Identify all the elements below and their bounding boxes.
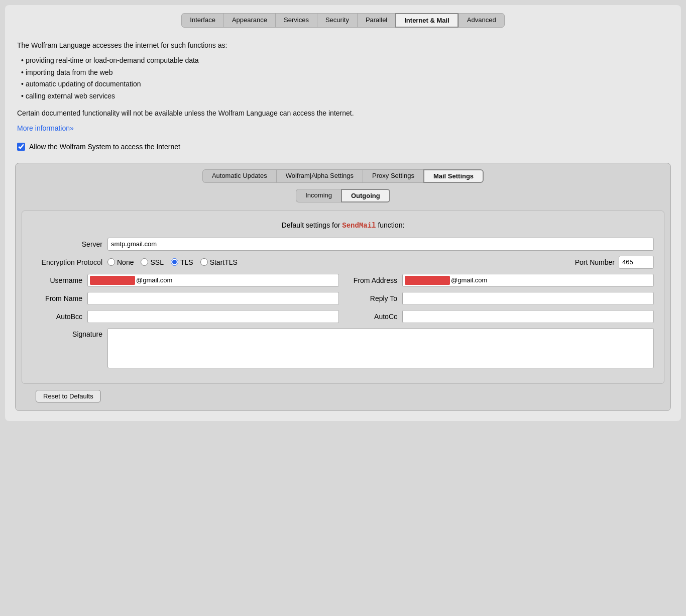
from-address-col: From Address @gmail.com (347, 274, 654, 287)
radio-none-label: None (117, 258, 134, 266)
radio-starttls-label: StartTLS (210, 258, 238, 266)
description-intro: The Wolfram Language accesses the intern… (17, 40, 669, 52)
bullet-item-2: • importing data from the web (21, 67, 669, 79)
radio-none[interactable]: None (107, 258, 134, 266)
username-label: Username (32, 276, 87, 284)
from-name-label: From Name (32, 294, 87, 302)
description-area: The Wolfram Language accesses the intern… (15, 36, 671, 143)
port-group: Port Number (575, 256, 654, 269)
encryption-label: Encryption Protocol (32, 258, 107, 266)
tab-internet-mail[interactable]: Internet & Mail (395, 13, 459, 28)
radio-starttls[interactable]: StartTLS (200, 258, 238, 266)
from-address-field-wrapper: @gmail.com (402, 274, 654, 287)
inner-tab-bar: Automatic Updates Wolfram|Alpha Settings… (16, 163, 670, 183)
signature-label: Signature (32, 328, 107, 338)
radio-tls-input[interactable] (171, 258, 178, 266)
autobcc-autocc-row: AutoBcc AutoCc (32, 310, 654, 323)
top-tab-bar: Interface Appearance Services Security P… (15, 13, 671, 28)
tab-interface[interactable]: Interface (181, 13, 223, 28)
fromname-replyto-row: From Name Reply To (32, 292, 654, 305)
from-address-suffix: @gmail.com (451, 276, 487, 284)
encryption-radio-group: None SSL TLS StartTLS (107, 258, 567, 266)
bullet-item-4: • calling external web services (21, 90, 669, 102)
username-suffix: @gmail.com (136, 276, 172, 284)
radio-tls[interactable]: TLS (171, 258, 193, 266)
reset-button-container: Reset to Defaults (16, 384, 670, 402)
tab-incoming[interactable]: Incoming (296, 189, 341, 202)
description-note: Certain documented functionality will no… (17, 108, 669, 120)
server-input[interactable] (107, 238, 654, 251)
autocc-label: AutoCc (347, 313, 402, 321)
reply-to-label: Reply To (347, 294, 402, 302)
allow-internet-checkbox[interactable] (17, 143, 25, 151)
from-name-input[interactable] (87, 292, 339, 305)
sendmail-label: Default settings for SendMail function: (32, 221, 654, 230)
tab-outgoing[interactable]: Outgoing (341, 189, 390, 202)
tab-services[interactable]: Services (275, 13, 317, 28)
reply-to-input[interactable] (402, 292, 654, 305)
radio-ssl[interactable]: SSL (141, 258, 163, 266)
radio-ssl-label: SSL (150, 258, 163, 266)
radio-starttls-input[interactable] (200, 258, 208, 266)
radio-none-input[interactable] (107, 258, 115, 266)
tab-proxy-settings[interactable]: Proxy Settings (363, 169, 423, 183)
bullet-item-1: • providing real-time or load-on-demand … (21, 55, 669, 67)
encryption-row: Encryption Protocol None SSL TLS (32, 256, 654, 269)
from-address-label: From Address (347, 276, 402, 284)
server-row: Server (32, 238, 654, 251)
tab-mail-settings[interactable]: Mail Settings (423, 169, 484, 183)
more-info-link[interactable]: More information» (17, 124, 74, 132)
port-label: Port Number (575, 258, 615, 266)
radio-tls-label: TLS (180, 258, 193, 266)
tab-wolfram-alpha[interactable]: Wolfram|Alpha Settings (276, 169, 363, 183)
autobcc-label: AutoBcc (32, 313, 87, 321)
signature-row: Signature (32, 328, 654, 368)
radio-ssl-input[interactable] (141, 258, 148, 266)
username-redacted (90, 276, 135, 285)
inner-panel: Automatic Updates Wolfram|Alpha Settings… (15, 163, 671, 411)
outgoing-content-panel: Default settings for SendMail function: … (22, 211, 664, 384)
from-address-redacted (405, 276, 450, 285)
username-fromaddress-row: Username @gmail.com From Address @gmail.… (32, 274, 654, 287)
autobcc-input[interactable] (87, 310, 339, 323)
tab-appearance[interactable]: Appearance (223, 13, 275, 28)
autocc-col: AutoCc (347, 310, 654, 323)
tab-auto-updates[interactable]: Automatic Updates (202, 169, 276, 183)
autocc-input[interactable] (402, 310, 654, 323)
signature-textarea[interactable] (107, 328, 654, 368)
mail-tab-bar: Incoming Outgoing (16, 189, 670, 202)
from-name-col: From Name (32, 292, 339, 305)
bullet-list: • providing real-time or load-on-demand … (21, 55, 669, 102)
allow-internet-label: Allow the Wolfram System to access the I… (29, 143, 180, 151)
tab-security[interactable]: Security (317, 13, 357, 28)
username-col: Username @gmail.com (32, 274, 339, 287)
bullet-item-3: • automatic updating of documentation (21, 78, 669, 90)
reply-to-col: Reply To (347, 292, 654, 305)
server-label: Server (32, 240, 107, 248)
tab-parallel[interactable]: Parallel (357, 13, 395, 28)
autobcc-col: AutoBcc (32, 310, 339, 323)
main-container: Interface Appearance Services Security P… (5, 5, 681, 421)
username-field-wrapper: @gmail.com (87, 274, 339, 287)
tab-advanced[interactable]: Advanced (459, 13, 505, 28)
port-input[interactable] (619, 256, 654, 269)
reset-to-defaults-button[interactable]: Reset to Defaults (36, 390, 101, 402)
allow-internet-row: Allow the Wolfram System to access the I… (15, 143, 671, 151)
